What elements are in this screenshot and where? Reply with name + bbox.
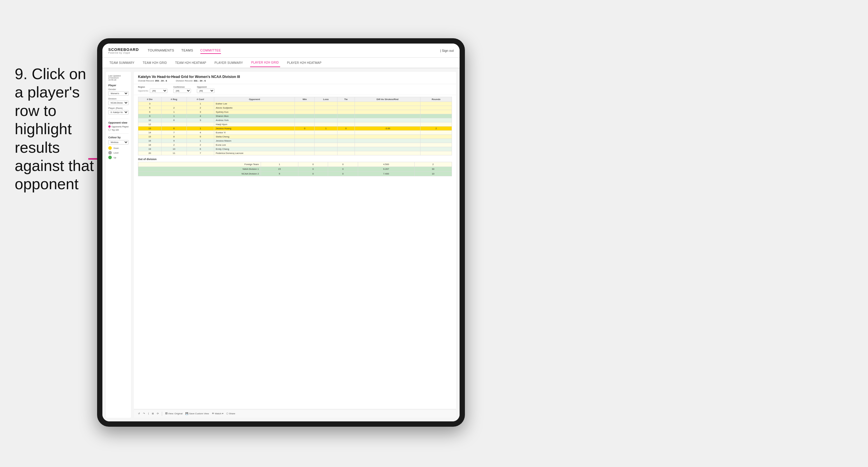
sub-nav-team-summary[interactable]: TEAM SUMMARY xyxy=(108,59,136,67)
table-cell xyxy=(314,139,338,143)
ood-table-row[interactable]: NAIA Division 115009.26730 xyxy=(138,167,452,172)
table-row[interactable]: 20117Federica Domecq Lacroze xyxy=(138,151,452,155)
nav-teams[interactable]: TEAMS xyxy=(181,48,193,54)
toolbar-view-original[interactable]: 🖼 View: Original xyxy=(165,412,182,415)
table-row[interactable]: 31Esther Lee xyxy=(138,102,452,106)
table-cell xyxy=(161,122,187,127)
sidebar-gender-select[interactable]: Women's xyxy=(108,91,129,96)
sub-nav-player-summary[interactable]: PLAYER SUMMARY xyxy=(213,59,244,67)
table-cell: 1 xyxy=(187,139,214,143)
sign-out-button[interactable]: | Sign out xyxy=(440,49,454,52)
out-of-division-title: Out of division xyxy=(138,158,452,161)
table-cell: 20 xyxy=(138,151,161,155)
toolbar-back[interactable]: ⟨ xyxy=(148,412,149,415)
panel-records: Overall Record: 353 - 34 - 6 Division Re… xyxy=(138,80,452,82)
table-cell xyxy=(354,102,421,106)
logo: SCOREBOARD Powered by clippd xyxy=(108,48,139,54)
table-row[interactable]: 613Sydney Kuo xyxy=(138,110,452,114)
table-cell xyxy=(314,135,338,139)
sidebar-player-rank-select[interactable]: 8. Katelyn Vo xyxy=(108,110,129,115)
table-cell xyxy=(295,131,314,135)
tablet-screen: SCOREBOARD Powered by clippd TOURNAMENTS… xyxy=(102,43,460,422)
toolbar-refresh[interactable]: ⟳ xyxy=(157,412,159,415)
nav-tournaments[interactable]: TOURNAMENTS xyxy=(148,48,174,54)
radio-circle-unselected xyxy=(108,129,111,131)
table-cell: Eunice Yi xyxy=(214,131,295,135)
ood-data-cell: 0 xyxy=(298,162,328,167)
table-cell: Sydney Kuo xyxy=(214,110,295,114)
table-cell xyxy=(295,102,314,106)
table-row[interactable]: 914Sharon Mun xyxy=(138,114,452,118)
filter-opponent-select[interactable]: (All) xyxy=(197,89,215,93)
table-cell: 1 xyxy=(161,110,187,114)
table-cell xyxy=(337,118,354,122)
filter-region: Region Opponents: (All) xyxy=(138,86,167,93)
col-header-div: # Div xyxy=(138,97,161,102)
table-cell: 2 xyxy=(161,106,187,110)
ood-table-row[interactable]: NCAA Division 25007.40010 xyxy=(138,172,452,176)
table-cell xyxy=(354,118,421,122)
sidebar-division-select[interactable]: NCAA Division III xyxy=(108,101,129,105)
ood-table-row[interactable]: Foreign Team1004.5002 xyxy=(138,162,452,167)
table-cell: 6 xyxy=(138,110,161,114)
ood-data-cell: 5 xyxy=(261,172,298,176)
table-row[interactable]: 12Haeji Hyun xyxy=(138,122,452,127)
sub-nav-player-h2h-heatmap[interactable]: PLAYER H2H HEATMAP xyxy=(286,59,323,67)
toolbar-undo[interactable]: ↺ xyxy=(138,412,140,415)
legend-dot-down xyxy=(108,146,112,150)
table-cell xyxy=(354,151,421,155)
sidebar-radio-top100[interactable]: Top 100 xyxy=(108,129,129,131)
table-cell: 0 xyxy=(337,127,354,131)
table-cell xyxy=(337,151,354,155)
table-cell: 12 xyxy=(138,122,161,127)
table-cell xyxy=(354,143,421,147)
sidebar-colour-by-select[interactable]: Win/loss xyxy=(108,140,129,145)
table-cell xyxy=(314,122,338,127)
table-row[interactable]: 1063Andrea York xyxy=(138,118,452,122)
nav-committee[interactable]: COMMITTEE xyxy=(200,48,221,54)
col-header-conf: # Conf xyxy=(187,97,214,102)
table-cell: 8 xyxy=(161,135,187,139)
table-row[interactable]: 19106Emily Chang xyxy=(138,147,452,151)
toolbar-copy[interactable]: ⊞ xyxy=(152,412,154,415)
col-header-win: Win xyxy=(295,97,314,102)
table-cell: 1 xyxy=(161,114,187,118)
toolbar-save-custom-view[interactable]: 💾 Save Custom View xyxy=(185,412,209,415)
table-cell xyxy=(354,139,421,143)
table-row[interactable]: 1822Euna Lee xyxy=(138,143,452,147)
table-cell: 6 xyxy=(161,118,187,122)
table-row[interactable]: 522Alexis Sudjianto xyxy=(138,106,452,110)
table-cell: Jessica Mason xyxy=(214,139,295,143)
table-cell xyxy=(354,122,421,127)
table-cell: 9 xyxy=(138,114,161,118)
table-row[interactable]: 1691Jessica Mason xyxy=(138,139,452,143)
filter-region-select[interactable]: (All) xyxy=(150,89,167,93)
sub-nav-team-h2h-grid[interactable]: TEAM H2H GRID xyxy=(142,59,168,67)
table-cell xyxy=(314,151,338,155)
toolbar-redo[interactable]: ↷ xyxy=(143,412,145,415)
table-cell xyxy=(295,110,314,114)
col-header-diff: Diff Av Strokes/Rnd xyxy=(354,97,421,102)
table-cell: 6 xyxy=(187,147,214,151)
table-cell xyxy=(421,147,452,151)
toolbar-watch[interactable]: 👁 Watch ▾ xyxy=(212,412,223,415)
toolbar-share[interactable]: ⬡ Share xyxy=(226,412,236,415)
table-cell xyxy=(314,102,338,106)
sub-nav-team-h2h-heatmap[interactable]: TEAM H2H HEATMAP xyxy=(174,59,208,67)
ood-data-cell: 1 xyxy=(261,162,298,167)
filter-conference-select[interactable]: (All) xyxy=(173,89,191,93)
table-cell: 4 xyxy=(187,131,214,135)
legend-up: Up xyxy=(108,156,129,159)
table-cell: 15 xyxy=(138,135,161,139)
col-header-reg: # Reg xyxy=(161,97,187,102)
table-cell: 6 xyxy=(161,127,187,131)
sub-nav-player-h2h-grid[interactable]: PLAYER H2H GRID xyxy=(250,59,280,67)
table-cell: Emily Chang xyxy=(214,147,295,151)
sidebar-radio-opponents-played[interactable]: Opponents Played xyxy=(108,125,129,128)
table-row[interactable]: 1585Stella Cheng xyxy=(138,135,452,139)
ood-data-cell: 10 xyxy=(414,172,452,176)
table-cell xyxy=(314,106,338,110)
ood-name-cell: NAIA Division 1 xyxy=(138,167,261,172)
table-row[interactable]: 1361Jessica Huang010-3.002 xyxy=(138,127,452,131)
table-row[interactable]: 1474Eunice Yi xyxy=(138,131,452,135)
